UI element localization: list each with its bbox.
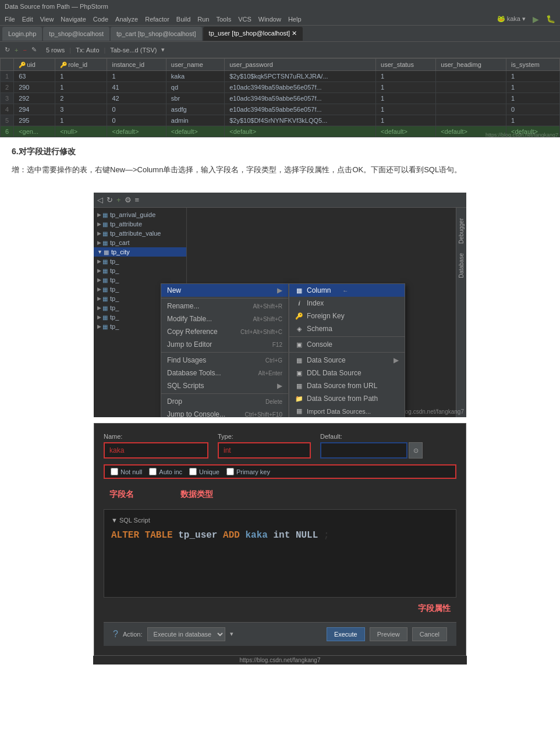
tab-tp-user[interactable]: tp_user [tp_shop@localhost] ✕ [203,27,303,41]
debug-tab-database[interactable]: Database [457,248,466,283]
cancel-button[interactable]: Cancel [412,627,447,641]
menu-help[interactable]: Help [288,16,302,23]
cell-user-name[interactable]: kaka [166,71,224,82]
submenu-ddl-data-source[interactable]: ▣ DDL Data Source [289,367,405,379]
toolbar-remove[interactable]: − [23,47,26,54]
cell-uid[interactable]: 295 [14,115,55,126]
cell-is-system[interactable]: 1 [506,93,560,104]
cell-uid[interactable]: 290 [14,82,55,93]
menu-bar[interactable]: File Edit View Navigate Code Analyze Ref… [0,13,560,26]
cell-instance-id[interactable]: 42 [107,93,166,104]
cell-role-id[interactable]: 3 [55,104,107,115]
dropdown-arrow[interactable]: ▾ [230,630,233,638]
tree-item-attribute[interactable]: ▶ ▦ tp_attribute [94,219,186,229]
help-icon[interactable]: ? [113,629,118,639]
toolbar-more[interactable]: ▾ [161,46,165,54]
menu-navigate[interactable]: Navigate [61,16,86,23]
col-user-status[interactable]: user_status [376,59,436,71]
ctx-menu-find-usages[interactable]: Find Usages Ctrl+G [161,354,288,367]
cell-headimg[interactable] [436,115,506,126]
cell-status[interactable]: 1 [376,93,436,104]
cell-instance-id[interactable]: 0 [107,104,166,115]
cell-status[interactable]: 1 [376,104,436,115]
cell-is-system[interactable]: 1 [506,115,560,126]
cell-instance-id[interactable]: <default> [107,126,166,137]
menu-code[interactable]: Code [93,16,108,23]
toolbar-format[interactable]: Tab-se...d (TSV) [110,47,157,54]
col-user-password[interactable]: user_password [225,59,376,71]
submenu-index[interactable]: i Index [289,297,405,310]
cell-password[interactable]: $2y$10$Df4SrNYNFKVf3kLQQ5... [225,115,376,126]
checkbox-primarykey[interactable]: Primary key [226,468,270,475]
submenu-import[interactable]: ▦ Import Data Sources... [289,405,405,417]
tree-item-arrival[interactable]: ▶ ▦ tp_arrival_guide [94,210,186,219]
tab-tp-shop[interactable]: tp_shop@localhost [43,27,109,41]
action-select[interactable]: Execute in database [147,627,225,641]
col-is-system[interactable]: is_system [506,59,560,71]
ctx-menu-jump-console[interactable]: Jump to Console... Ctrl+Shift+F10 [161,408,288,417]
cell-uid[interactable]: 63 [14,71,55,82]
cell-status[interactable]: <default> [376,126,436,137]
cell-headimg[interactable] [436,82,506,93]
cell-status[interactable]: 1 [376,82,436,93]
tree-item-attribute-value[interactable]: ▶ ▦ tp_attribute_value [94,229,186,238]
cell-is-system[interactable]: 1 [506,82,560,93]
menu-edit[interactable]: Edit [22,16,33,23]
submenu-data-source-url[interactable]: ▦ Data Source from URL [289,379,405,392]
cell-role-id[interactable]: 1 [55,71,107,82]
cell-instance-id[interactable]: 41 [107,82,166,93]
cell-status[interactable]: 1 [376,71,436,82]
notnull-checkbox[interactable] [111,468,118,475]
cell-role-id[interactable]: 1 [55,115,107,126]
checkbox-unique[interactable]: Unique [189,468,219,475]
cell-password[interactable]: e10adc3949ba59abbe56e057f... [225,82,376,93]
menu-file[interactable]: File [5,16,15,23]
cell-instance-id[interactable]: 1 [107,71,166,82]
toolbar-refresh[interactable]: ↻ [5,46,10,54]
menu-analyze[interactable]: Analyze [115,16,138,23]
cell-role-id[interactable]: 2 [55,93,107,104]
menu-vcs[interactable]: VCS [238,16,251,23]
menu-tools[interactable]: Tools [216,16,231,23]
name-input[interactable] [104,442,208,459]
cell-password[interactable]: <default> [225,126,376,137]
submenu-console[interactable]: ▣ Console [289,338,405,351]
cell-headimg[interactable] [436,71,506,82]
col-instance-id[interactable]: instance_id [107,59,166,71]
cell-role-id[interactable]: <null> [55,126,107,137]
run-icon[interactable]: ▶ [533,15,539,24]
execute-button[interactable]: Execute [327,627,365,641]
cell-status[interactable]: 1 [376,115,436,126]
submenu-schema[interactable]: ◈ Schema [289,322,405,335]
menu-window[interactable]: Window [258,16,281,23]
ctx-icon-plus[interactable]: + [116,196,121,204]
menu-build[interactable]: Build [176,16,190,23]
ctx-icon-filter[interactable]: ≡ [135,196,140,204]
submenu-foreign-key[interactable]: 🔑 Foreign Key [289,310,405,322]
toolbar-tx[interactable]: Tx: Auto [76,47,99,54]
cell-user-name[interactable]: <default> [166,126,224,137]
cell-password[interactable]: e10adc3949ba59abbe56e057f... [225,93,376,104]
tree-item-tp1[interactable]: ▶ ▦ tp_ [94,257,186,266]
menu-view[interactable]: View [40,16,54,23]
menu-refactor[interactable]: Refactor [145,16,169,23]
tree-item-cart[interactable]: ▶ ▦ tp_cart [94,238,186,247]
submenu-data-source[interactable]: ▦ Data Source ▶ [289,354,405,367]
cell-password[interactable]: e10adc3949ba59abbe56e057f... [225,104,376,115]
cell-uid[interactable]: 294 [14,104,55,115]
col-user-headimg[interactable]: user_headimg [436,59,506,71]
cell-is-system[interactable]: <default> https://blog.csdn.net/fangkang… [506,126,560,137]
cell-role-id[interactable]: 1 [55,82,107,93]
type-input[interactable] [218,442,311,459]
unique-checkbox[interactable] [189,468,197,475]
cell-is-system[interactable]: 1 [506,71,560,82]
ctx-icon-gear[interactable]: ⚙ [125,196,132,204]
ctx-menu-rename[interactable]: Rename... Alt+Shift+R [161,300,288,312]
default-input[interactable] [320,442,407,459]
checkbox-notnull[interactable]: Not null [111,468,142,475]
ctx-menu-jump-editor[interactable]: Jump to Editor F12 [161,338,288,351]
preview-button[interactable]: Preview [370,627,407,641]
default-btn[interactable]: ⊙ [409,442,423,459]
ctx-menu-modify[interactable]: Modify Table... Alt+Shift+C [161,312,288,325]
cell-user-name[interactable]: qd [166,82,224,93]
